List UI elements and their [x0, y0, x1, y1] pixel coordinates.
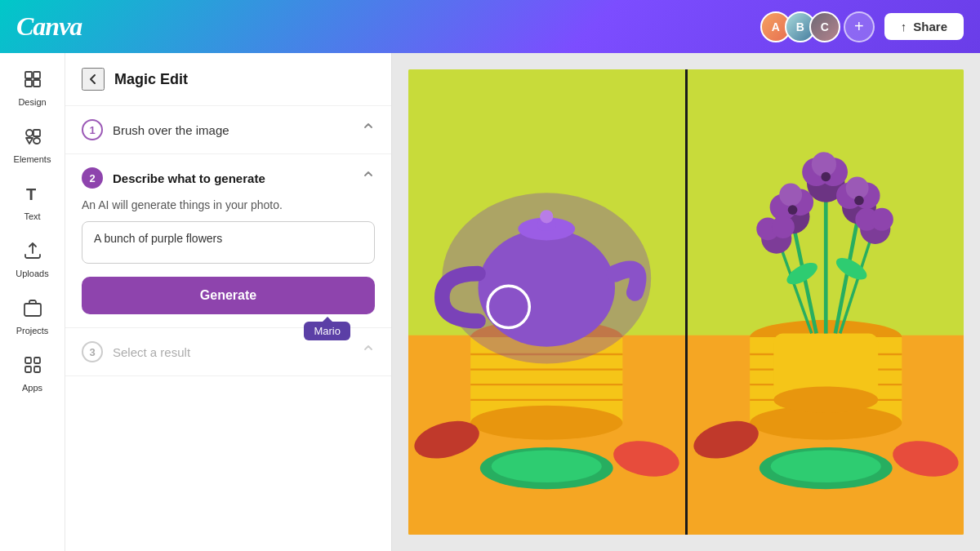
apps-icon	[23, 355, 42, 380]
uploads-label: Uploads	[16, 269, 48, 278]
generate-text-input[interactable]: A bunch of purple flowers	[82, 221, 375, 264]
avatar-3: C	[809, 11, 840, 42]
svg-point-65	[771, 216, 794, 238]
sidebar-item-uploads[interactable]: Uploads	[5, 233, 60, 287]
svg-rect-5	[33, 130, 40, 136]
step-2-chevron-icon	[362, 171, 375, 186]
share-button[interactable]: ↑ Share	[884, 13, 964, 40]
sidebar-item-projects[interactable]: Projects	[5, 290, 60, 344]
uploads-icon	[23, 241, 42, 265]
svg-point-17	[470, 406, 622, 440]
step-2-content: An AI will generate things in your photo…	[82, 198, 375, 314]
step-3-chevron-icon	[362, 344, 375, 360]
sidebar-item-apps[interactable]: Apps	[5, 347, 60, 401]
step-1-title: Brush over the image	[113, 123, 229, 137]
svg-rect-8	[24, 304, 41, 316]
magic-edit-panel: Magic Edit 1 Brush over the image 2 Desc…	[65, 53, 392, 551]
apps-label: Apps	[22, 383, 42, 393]
svg-point-54	[779, 184, 802, 207]
generate-button[interactable]: Generate	[82, 277, 375, 314]
svg-rect-6	[33, 138, 40, 144]
design-icon	[23, 69, 42, 94]
svg-rect-2	[25, 80, 32, 87]
left-sidebar: Design Elements T Text Uploads Projects	[0, 53, 65, 551]
app-header: Canva A B C + ↑ Share	[0, 0, 980, 53]
header-right: A B C + ↑ Share	[760, 11, 964, 42]
svg-rect-11	[25, 367, 31, 372]
svg-point-71	[854, 196, 864, 206]
share-label: Share	[913, 20, 947, 33]
step-3-number: 3	[82, 341, 103, 362]
projects-label: Projects	[16, 326, 49, 335]
step-1-left: 1 Brush over the image	[82, 119, 229, 140]
svg-point-26	[540, 210, 553, 223]
step-2-description: An AI will generate things in your photo…	[82, 198, 375, 211]
svg-point-69	[787, 205, 797, 215]
step-1-header[interactable]: 1 Brush over the image	[82, 119, 375, 140]
svg-text:T: T	[26, 185, 36, 203]
step-2: 2 Describe what to generate An AI will g…	[65, 154, 391, 328]
add-collaborator-button[interactable]: +	[844, 11, 875, 42]
main-content: Design Elements T Text Uploads Projects	[0, 53, 980, 551]
svg-rect-3	[33, 80, 40, 87]
share-icon: ↑	[901, 20, 907, 33]
step-3-left: 3 Select a result	[82, 341, 190, 362]
sidebar-item-elements[interactable]: Elements	[5, 118, 60, 172]
svg-rect-1	[33, 72, 40, 78]
svg-rect-9	[25, 358, 31, 363]
design-label: Design	[18, 97, 46, 107]
panel-title: Magic Edit	[114, 71, 188, 88]
step-2-number: 2	[82, 167, 103, 189]
image-after	[688, 69, 964, 535]
elements-label: Elements	[14, 154, 51, 164]
step-1-chevron-icon	[362, 122, 375, 138]
step-2-left: 2 Describe what to generate	[82, 167, 265, 189]
text-icon: T	[23, 184, 42, 208]
text-label: Text	[24, 211, 40, 221]
back-button[interactable]	[82, 68, 105, 91]
svg-point-62	[845, 176, 868, 199]
step-1: 1 Brush over the image	[65, 106, 391, 154]
step-3-header[interactable]: 3 Select a result	[82, 341, 375, 362]
canvas-image	[408, 69, 964, 535]
step-3: 3 Select a result	[65, 328, 391, 376]
svg-rect-12	[34, 367, 40, 372]
avatar-group: A B C +	[760, 11, 875, 42]
step-3-title: Select a result	[113, 345, 190, 359]
canvas-area	[392, 53, 980, 551]
svg-rect-10	[34, 358, 40, 363]
svg-point-70	[821, 172, 831, 182]
image-before	[408, 69, 685, 535]
elements-icon	[23, 127, 42, 151]
svg-point-68	[870, 208, 893, 231]
panel-header: Magic Edit	[65, 53, 391, 106]
svg-point-43	[773, 387, 878, 414]
svg-rect-0	[25, 72, 32, 78]
canva-logo: Canva	[16, 11, 82, 42]
step-2-title: Describe what to generate	[113, 171, 265, 185]
svg-point-31	[492, 450, 602, 482]
sidebar-item-design[interactable]: Design	[5, 61, 60, 115]
svg-point-75	[770, 450, 880, 482]
svg-point-4	[26, 130, 33, 136]
canvas-divider	[685, 69, 688, 535]
step-2-header[interactable]: 2 Describe what to generate	[82, 167, 375, 189]
sidebar-item-text[interactable]: T Text	[5, 176, 60, 229]
step-1-number: 1	[82, 119, 103, 140]
projects-icon	[23, 298, 42, 322]
